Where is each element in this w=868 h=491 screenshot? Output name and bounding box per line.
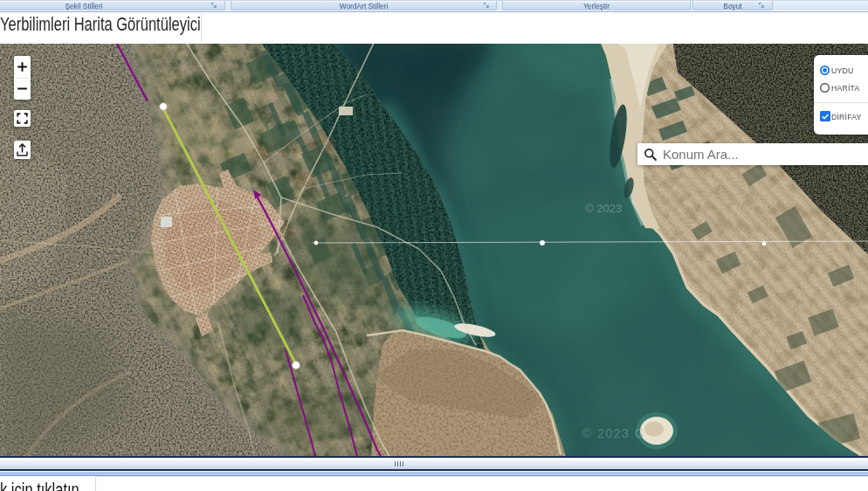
svg-text:© 2023: © 2023 bbox=[585, 202, 622, 215]
svg-text:© 2023 G: © 2023 G bbox=[582, 426, 645, 440]
